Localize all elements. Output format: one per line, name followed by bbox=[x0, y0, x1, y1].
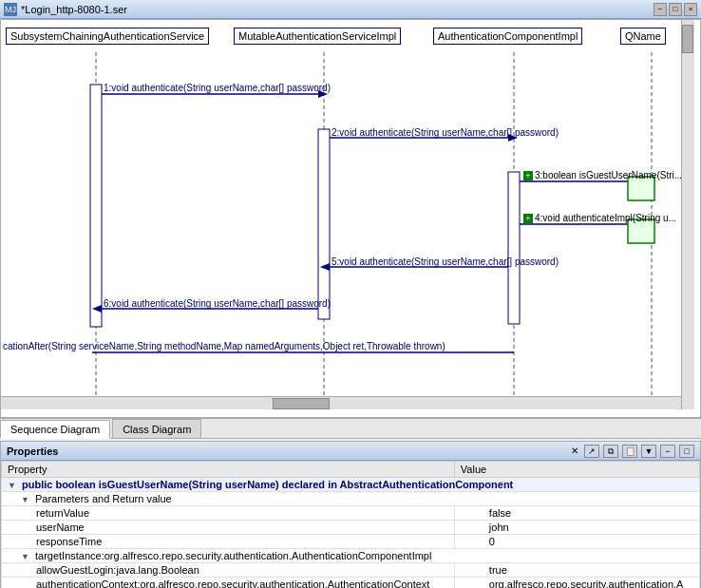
prop-minimize-button[interactable]: − bbox=[660, 445, 675, 458]
properties-table: Property Value ▼ public boolean isGuestU… bbox=[1, 461, 700, 588]
lifeline-header-3: AuthenticationComponentImpl bbox=[433, 28, 582, 45]
svg-rect-5 bbox=[318, 129, 330, 319]
properties-header: Properties ✕ ↗ ⧉ 📋 ▼ − □ bbox=[1, 442, 700, 461]
svg-rect-6 bbox=[508, 172, 520, 324]
title-bar: MJ *Login_http-8080-1.ser − □ × bbox=[0, 0, 701, 19]
main-entry-row: ▼ public boolean isGuestUserName(String … bbox=[2, 478, 700, 492]
svg-marker-20 bbox=[92, 305, 102, 313]
message-label-3: +3:boolean isGuestUserName(Stri... bbox=[523, 170, 682, 180]
svg-marker-18 bbox=[320, 263, 330, 271]
lifeline-header-2: MutableAuthenticationServiceImpl bbox=[234, 28, 401, 45]
message-label-2: 2:void authenticate(String userName,char… bbox=[332, 127, 559, 138]
prop-maximize-button[interactable]: □ bbox=[679, 445, 694, 458]
param-label-returnvalue: returnValue bbox=[2, 506, 455, 521]
param-value-responsetime: 0 bbox=[454, 535, 699, 549]
properties-panel: Properties ✕ ↗ ⧉ 📋 ▼ − □ Property Value bbox=[0, 441, 701, 588]
tab-sequence-diagram[interactable]: Sequence Diagram bbox=[0, 420, 110, 439]
close-x-icon: ✕ bbox=[571, 446, 578, 456]
vertical-scrollbar[interactable] bbox=[681, 20, 694, 409]
param-row-responsetime: responseTime 0 bbox=[2, 535, 700, 549]
target-label-allowguest: allowGuestLogin:java.lang.Boolean bbox=[2, 563, 455, 578]
message-label-5: 5:void authenticate(String userName,char… bbox=[332, 256, 559, 267]
title-bar-buttons: − □ × bbox=[654, 3, 697, 16]
title-icon: MJ bbox=[4, 3, 17, 16]
properties-content: Property Value ▼ public boolean isGuestU… bbox=[1, 461, 700, 588]
export-button[interactable]: ↗ bbox=[584, 445, 599, 458]
param-value-returnvalue: false bbox=[454, 506, 699, 521]
section-target-header: ▼ targetInstance:org.alfresco.repo.secur… bbox=[2, 549, 700, 563]
horizontal-scrollbar[interactable] bbox=[1, 396, 681, 409]
minimize-button[interactable]: − bbox=[654, 3, 667, 16]
svg-rect-4 bbox=[90, 85, 102, 327]
target-row-authcontext: authenticationContext:org.alfresco.repo.… bbox=[2, 578, 700, 589]
target-row-allowguest: allowGuestLogin:java.lang.Boolean true bbox=[2, 563, 700, 578]
lifeline-header-1: SubsystemChainingAuthenticationService bbox=[6, 28, 209, 45]
message-label-6: 6:void authenticate(String userName,char… bbox=[104, 298, 331, 309]
paste-button[interactable]: 📋 bbox=[622, 445, 637, 458]
plus-icon-4: + bbox=[523, 214, 533, 223]
lifeline-header-4: QName bbox=[620, 28, 666, 45]
message-label-4: +4:void authenticateImpl(String u... bbox=[523, 213, 676, 223]
param-label-responsetime: responseTime bbox=[2, 535, 455, 549]
section-params-header: ▼ Parameters and Return value bbox=[2, 492, 700, 506]
target-label-authcontext: authenticationContext:org.alfresco.repo.… bbox=[2, 578, 455, 589]
main-entry-label: public boolean isGuestUserName(String us… bbox=[22, 479, 513, 490]
seq-canvas: SubsystemChainingAuthenticationService M… bbox=[1, 20, 694, 409]
message-label-1: 1:void authenticate(String userName,char… bbox=[104, 83, 331, 93]
target-value-authcontext: org.alfresco.repo.security.authenticatio… bbox=[454, 578, 699, 589]
section-params-label: Parameters and Return value bbox=[35, 493, 172, 504]
param-row-returnvalue: returnValue false bbox=[2, 506, 700, 521]
plus-icon-3: + bbox=[523, 171, 533, 180]
col-property: Property bbox=[2, 462, 455, 478]
scroll-thumb-v[interactable] bbox=[682, 25, 693, 53]
param-row-username: userName john bbox=[2, 521, 700, 535]
param-label-username: userName bbox=[2, 521, 455, 535]
section-target-label: targetInstance:org.alfresco.repo.securit… bbox=[35, 550, 431, 561]
tab-class-diagram[interactable]: Class Diagram bbox=[112, 419, 201, 438]
maximize-button[interactable]: □ bbox=[669, 3, 682, 16]
diagram-container: SubsystemChainingAuthenticationService M… bbox=[0, 19, 701, 418]
dropdown-button[interactable]: ▼ bbox=[641, 445, 656, 458]
param-value-username: john bbox=[454, 521, 699, 535]
col-value: Value bbox=[454, 462, 699, 478]
close-button[interactable]: × bbox=[684, 3, 697, 16]
target-value-allowguest: true bbox=[454, 563, 699, 578]
expand-target-icon[interactable]: ▼ bbox=[21, 552, 29, 561]
properties-title: Properties bbox=[7, 446, 563, 457]
expand-icon-main[interactable]: ▼ bbox=[8, 481, 16, 490]
copy-button[interactable]: ⧉ bbox=[603, 445, 618, 458]
bottom-message-label: cationAfter(String serviceName,String me… bbox=[3, 341, 445, 351]
expand-params-icon[interactable]: ▼ bbox=[21, 495, 29, 504]
title-text: *Login_http-8080-1.ser bbox=[21, 4, 650, 15]
scroll-thumb-h[interactable] bbox=[273, 398, 330, 409]
tab-bar: Sequence Diagram Class Diagram bbox=[0, 418, 701, 439]
